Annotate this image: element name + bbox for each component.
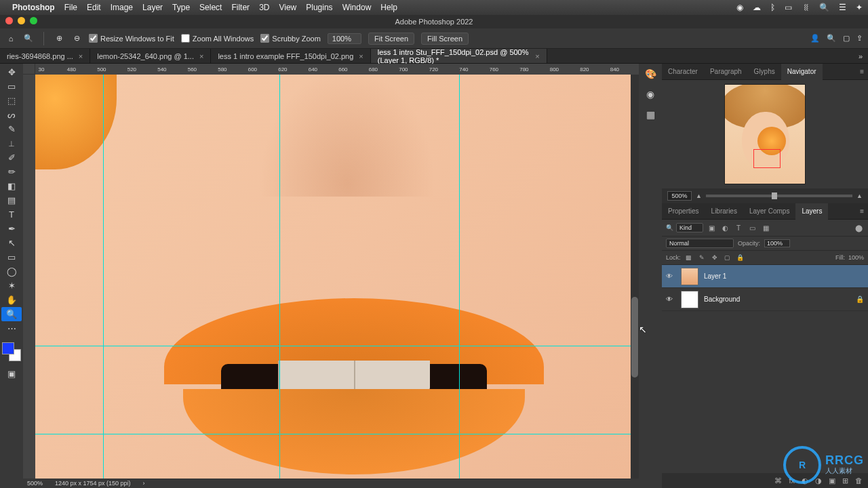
layer-filter-kind[interactable]: Kind [676, 223, 703, 232]
menu-layer[interactable]: Layer [142, 3, 163, 12]
guide-vertical[interactable] [459, 75, 460, 479]
filter-type-icon[interactable]: T [733, 222, 744, 233]
navigator-thumbnail[interactable] [724, 84, 806, 184]
fit-screen-button[interactable]: Fit Screen [368, 33, 414, 45]
layer-thumbnail[interactable] [681, 268, 698, 285]
battery-icon[interactable]: ▭ [785, 3, 792, 12]
cc-icon[interactable]: ☁ [753, 3, 761, 12]
move-tool[interactable]: ✥ [1, 65, 22, 79]
vertical-scrollbar[interactable] [631, 75, 639, 479]
guide-horizontal[interactable] [35, 346, 631, 346]
fill-screen-button[interactable]: Fill Screen [421, 33, 469, 45]
guide-vertical[interactable] [103, 75, 104, 479]
zoom-slider-track[interactable] [706, 195, 852, 197]
ellipse-tool[interactable]: ◯ [1, 264, 22, 279]
zoom-all-checkbox[interactable]: Zoom All Windows [181, 34, 254, 43]
close-icon[interactable]: × [359, 52, 363, 60]
visibility-icon[interactable]: 👁 [666, 296, 675, 303]
tab-navigator[interactable]: Navigator [781, 64, 823, 80]
tab-properties[interactable]: Properties [662, 203, 705, 220]
resize-windows-checkbox[interactable]: Resize Windows to Fit [89, 34, 174, 43]
tabs-overflow-icon[interactable]: » [853, 49, 868, 63]
visibility-icon[interactable]: 👁 [666, 272, 675, 280]
hand-tool[interactable]: ✋ [1, 293, 22, 307]
lock-icon[interactable]: 🔒 [856, 296, 864, 303]
menu-file[interactable]: File [64, 3, 77, 12]
scrubby-zoom-checkbox[interactable]: Scrubby Zoom [260, 34, 321, 43]
filter-pixel-icon[interactable]: ▣ [706, 222, 717, 233]
bluetooth-icon[interactable]: ᛒ [770, 3, 775, 12]
lock-position-icon[interactable]: ✥ [710, 253, 719, 262]
lasso-tool[interactable]: ᔕ [1, 108, 22, 122]
siri-icon[interactable]: ✦ [856, 3, 863, 12]
screen-mode-icon[interactable]: ▣ [1, 367, 22, 381]
doc-tab-4[interactable]: less 1 intro Stu_FFF_150dpi_02.psd @ 500… [371, 49, 547, 63]
zoom-tool[interactable]: 🔍 [1, 307, 22, 321]
zoom-in-small-icon[interactable]: ▲ [856, 192, 863, 199]
filter-adjustment-icon[interactable]: ◐ [719, 222, 730, 233]
doc-info[interactable]: 1240 px x 1754 px (150 ppi) [55, 480, 131, 487]
menu-edit[interactable]: Edit [87, 3, 101, 12]
tab-paragraph[interactable]: Paragraph [704, 64, 748, 80]
filter-shape-icon[interactable]: ▭ [747, 222, 757, 233]
navigator-view-box[interactable] [753, 149, 781, 168]
export-icon[interactable]: ⇪ [856, 34, 863, 43]
panel-menu-icon[interactable]: ≡ [856, 64, 868, 80]
marquee-tool[interactable]: ⬚ [1, 94, 22, 108]
tab-layer-comps[interactable]: Layer Comps [743, 203, 795, 220]
document-canvas[interactable] [35, 75, 631, 479]
search-icon[interactable]: 🔍 [827, 34, 836, 43]
type-tool[interactable]: T [1, 207, 22, 222]
path-select-tool[interactable]: ↖ [1, 236, 22, 250]
tab-layers[interactable]: Layers [795, 203, 828, 220]
menu-type[interactable]: Type [172, 3, 190, 12]
close-icon[interactable]: × [199, 52, 203, 60]
navigator-zoom-value[interactable]: 500% [667, 191, 692, 201]
menu-window[interactable]: Window [342, 3, 372, 12]
menu-filter[interactable]: Filter [231, 3, 250, 12]
layer-name[interactable]: Layer 1 [704, 272, 726, 280]
spotlight-icon[interactable]: 🔍 [819, 3, 829, 12]
zoom-in-icon[interactable]: ⊕ [54, 33, 64, 44]
opacity-value[interactable]: 100% [764, 239, 790, 247]
zoom-level[interactable]: 500% [27, 480, 43, 487]
control-center-icon[interactable]: ☰ [839, 3, 846, 12]
doc-tab-2[interactable]: lemon-25342_640.png @ 1...× [90, 49, 211, 63]
close-icon[interactable]: × [535, 52, 539, 60]
guide-vertical[interactable] [279, 75, 280, 479]
artboard-tool[interactable]: ▭ [1, 79, 22, 94]
link-layers-icon[interactable]: ⌘ [774, 476, 782, 485]
zoom-tool-icon[interactable]: 🔍 [23, 33, 34, 44]
pen-tool[interactable]: ✒ [1, 222, 22, 236]
ruler-origin[interactable] [23, 64, 35, 75]
vertical-ruler[interactable] [23, 75, 35, 479]
lock-all-icon[interactable]: 🔒 [736, 253, 745, 262]
properties-panel-icon[interactable]: ▦ [644, 108, 656, 121]
menu-image[interactable]: Image [111, 3, 133, 12]
lock-pixels-icon[interactable]: ✎ [697, 253, 707, 262]
rectangle-tool[interactable]: ▭ [1, 250, 22, 264]
panel-menu-icon[interactable]: ≡ [856, 203, 868, 220]
zoom-out-small-icon[interactable]: ▲ [696, 192, 702, 199]
edit-toolbar-icon[interactable]: ⋯ [1, 321, 22, 336]
color-swatches[interactable] [2, 342, 21, 361]
status-more-icon[interactable]: › [143, 480, 145, 487]
lock-artboard-icon[interactable]: ▢ [723, 253, 732, 262]
zoom-out-icon[interactable]: ⊖ [71, 33, 82, 44]
layer-row[interactable]: 👁 Background 🔒 [662, 288, 868, 311]
color-panel-icon[interactable]: 🎨 [644, 68, 656, 80]
lock-transparency-icon[interactable]: ▩ [684, 253, 694, 262]
doc-tab-1[interactable]: ries-3694868.png ...× [0, 49, 90, 63]
brush-tool[interactable]: ✏ [1, 165, 22, 179]
blend-mode-select[interactable]: Normal [666, 239, 734, 248]
doc-tab-3[interactable]: less 1 intro example FFF_150dpi_02.png× [211, 49, 370, 63]
swatches-panel-icon[interactable]: ◉ [644, 88, 656, 100]
zoom-button[interactable] [30, 17, 37, 24]
menu-plugins[interactable]: Plugins [306, 3, 332, 12]
close-icon[interactable]: × [79, 52, 83, 60]
eraser-tool[interactable]: ◧ [1, 179, 22, 193]
home-icon[interactable]: ⌂ [5, 33, 16, 44]
filter-toggle-icon[interactable]: ⬤ [853, 222, 864, 233]
tab-libraries[interactable]: Libraries [705, 203, 743, 220]
layer-row[interactable]: 👁 Layer 1 [662, 265, 868, 288]
